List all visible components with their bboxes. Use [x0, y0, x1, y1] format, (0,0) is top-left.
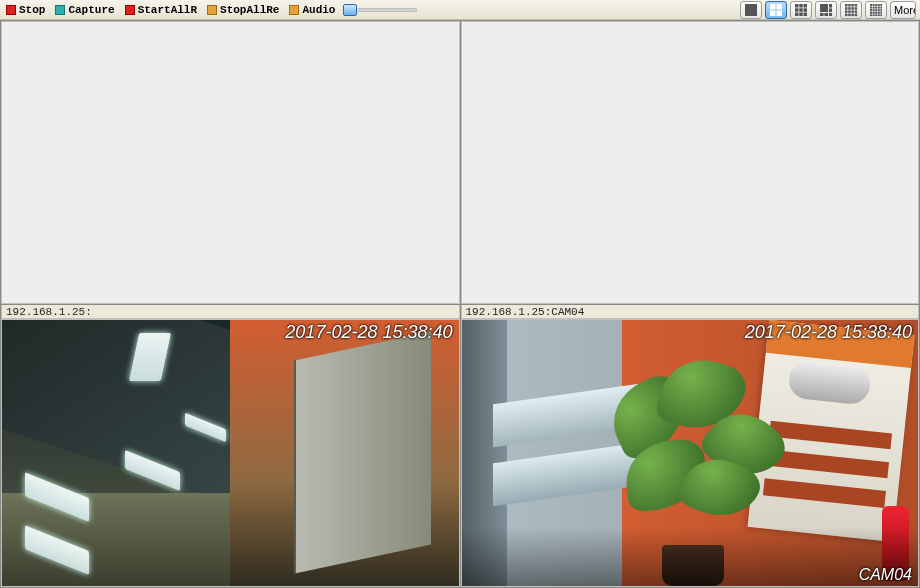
svg-rect-54 — [878, 11, 880, 13]
camera-name-overlay: CAM04 — [859, 566, 912, 584]
audio-label: Audio — [302, 4, 335, 16]
svg-rect-18 — [824, 13, 828, 16]
svg-rect-37 — [873, 4, 875, 6]
svg-rect-55 — [880, 11, 882, 13]
slider-thumb-icon — [343, 4, 357, 16]
svg-rect-23 — [855, 4, 858, 7]
stop-icon — [6, 5, 16, 15]
svg-rect-13 — [804, 12, 808, 16]
svg-rect-14 — [820, 4, 828, 12]
svg-rect-38 — [875, 4, 877, 6]
layout-5x5-button[interactable] — [865, 1, 887, 19]
camera-pane-4[interactable]: 192.168.1.25:CAM04 2017-02-28 15:38:40 C… — [461, 305, 920, 588]
svg-rect-7 — [804, 4, 808, 8]
svg-rect-40 — [880, 4, 882, 6]
stop-record-icon — [207, 5, 217, 15]
audio-button[interactable]: Audio — [287, 4, 337, 16]
stop-label: Stop — [19, 4, 45, 16]
svg-rect-31 — [855, 10, 858, 13]
svg-rect-11 — [795, 12, 799, 16]
svg-rect-53 — [875, 11, 877, 13]
svg-rect-45 — [880, 6, 882, 8]
start-all-rec-button[interactable]: StartAllR — [123, 4, 199, 16]
svg-rect-29 — [848, 10, 851, 13]
svg-rect-12 — [799, 12, 803, 16]
pane-address-label: 192.168.1.25:CAM04 — [461, 305, 920, 319]
svg-rect-16 — [829, 8, 832, 12]
svg-rect-50 — [880, 9, 882, 11]
capture-label: Capture — [68, 4, 114, 16]
svg-rect-42 — [873, 6, 875, 8]
svg-rect-5 — [795, 4, 799, 8]
svg-rect-4 — [777, 10, 783, 16]
svg-rect-9 — [799, 8, 803, 12]
pane-address-label: 192.168.1.25: — [1, 305, 460, 319]
capture-button[interactable]: Capture — [53, 4, 116, 16]
camera-pane-2[interactable] — [461, 21, 920, 304]
record-icon — [125, 5, 135, 15]
svg-rect-10 — [804, 8, 808, 12]
svg-rect-59 — [878, 14, 880, 16]
volume-slider[interactable] — [343, 4, 417, 16]
svg-rect-41 — [870, 6, 872, 8]
stop-all-rec-button[interactable]: StopAllRe — [205, 4, 281, 16]
svg-rect-46 — [870, 9, 872, 11]
video-feed: 2017-02-28 15:38:40 CAM04 — [461, 319, 920, 588]
svg-rect-22 — [851, 4, 854, 7]
camera-pane-1[interactable] — [1, 21, 460, 304]
layout-3x3-button[interactable] — [790, 1, 812, 19]
svg-rect-6 — [799, 4, 803, 8]
svg-rect-58 — [875, 14, 877, 16]
toolbar-right: More — [740, 1, 920, 19]
svg-rect-15 — [829, 4, 832, 8]
layout-1plus5-button[interactable] — [815, 1, 837, 19]
svg-rect-17 — [820, 13, 824, 16]
no-signal-panel — [461, 21, 920, 304]
no-signal-panel — [1, 21, 460, 304]
svg-rect-24 — [845, 7, 848, 10]
svg-rect-49 — [878, 9, 880, 11]
more-button[interactable]: More — [890, 1, 916, 19]
svg-rect-51 — [870, 11, 872, 13]
svg-rect-47 — [873, 9, 875, 11]
toolbar: Stop Capture StartAllR StopAllRe Audio — [0, 0, 920, 20]
more-label: More — [894, 4, 916, 16]
svg-rect-19 — [829, 13, 832, 16]
svg-rect-30 — [851, 10, 854, 13]
svg-rect-26 — [851, 7, 854, 10]
timestamp-overlay: 2017-02-28 15:38:40 — [745, 322, 912, 343]
svg-rect-57 — [873, 14, 875, 16]
stop-all-label: StopAllRe — [220, 4, 279, 16]
svg-rect-25 — [848, 7, 851, 10]
svg-rect-44 — [878, 6, 880, 8]
timestamp-overlay: 2017-02-28 15:38:40 — [285, 322, 452, 343]
svg-rect-56 — [870, 14, 872, 16]
slider-track — [357, 8, 417, 12]
stop-button[interactable]: Stop — [4, 4, 47, 16]
camera-pane-3[interactable]: 192.168.1.25: 2017-02-28 15:38:40 — [1, 305, 460, 588]
svg-rect-48 — [875, 9, 877, 11]
svg-rect-34 — [851, 13, 854, 16]
svg-rect-1 — [770, 4, 776, 10]
svg-rect-20 — [845, 4, 848, 7]
video-feed: 2017-02-28 15:38:40 — [1, 319, 460, 588]
layout-4x4-button[interactable] — [840, 1, 862, 19]
layout-1x1-button[interactable] — [740, 1, 762, 19]
svg-rect-43 — [875, 6, 877, 8]
svg-rect-8 — [795, 8, 799, 12]
svg-rect-60 — [880, 14, 882, 16]
svg-rect-35 — [855, 13, 858, 16]
svg-rect-32 — [845, 13, 848, 16]
svg-rect-27 — [855, 7, 858, 10]
layout-2x2-button[interactable] — [765, 1, 787, 19]
svg-rect-39 — [878, 4, 880, 6]
workspace: 192.168.1.25: 2017-02-28 15:38:40 192.16… — [0, 20, 920, 588]
svg-rect-0 — [745, 4, 757, 16]
svg-rect-21 — [848, 4, 851, 7]
audio-icon — [289, 5, 299, 15]
start-all-label: StartAllR — [138, 4, 197, 16]
svg-rect-28 — [845, 10, 848, 13]
svg-rect-36 — [870, 4, 872, 6]
camera-icon — [55, 5, 65, 15]
svg-rect-2 — [777, 4, 783, 10]
